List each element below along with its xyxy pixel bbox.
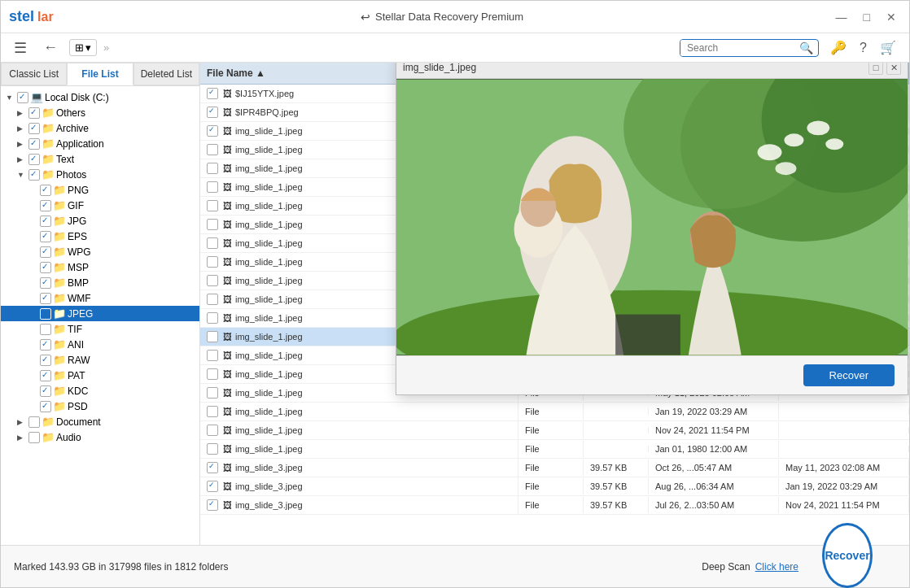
- table-row[interactable]: 🖼img_slide_3.jpegFile39.57 KBJul 26, 2..…: [200, 496, 909, 515]
- tree-checkbox-wmf[interactable]: [40, 293, 51, 304]
- tab-deleted[interactable]: Deleted List: [133, 63, 199, 85]
- sidebar-item-psd[interactable]: 📁PSD: [1, 399, 199, 414]
- file-checkbox-10[interactable]: [207, 275, 218, 286]
- table-row[interactable]: 🖼img_slide_1.jpegFileJan 19, 2022 03:29 …: [200, 403, 909, 421]
- cart-button[interactable]: 🛒: [875, 37, 901, 58]
- file-checkbox-22[interactable]: [207, 499, 218, 511]
- file-checkbox-16[interactable]: [207, 387, 218, 399]
- sidebar-item-text[interactable]: ▶📁Text: [1, 151, 199, 167]
- tree-checkbox-tif[interactable]: [40, 324, 51, 335]
- file-checkbox-13[interactable]: [207, 331, 218, 342]
- search-input[interactable]: [680, 40, 794, 56]
- sidebar-item-wmf[interactable]: 📁WMF: [1, 290, 199, 306]
- tree-checkbox-local-disk[interactable]: [17, 92, 28, 103]
- recover-main-button[interactable]: Recover: [825, 549, 869, 562]
- close-button[interactable]: ✕: [882, 9, 901, 25]
- file-checkbox-8[interactable]: [207, 237, 218, 249]
- back-button[interactable]: ←: [38, 37, 63, 58]
- tree-checkbox-text[interactable]: [28, 154, 40, 165]
- file-icon-18: 🖼: [223, 425, 232, 435]
- tree-arrow-text: ▶: [17, 155, 27, 163]
- sidebar-item-png[interactable]: 📁PNG: [1, 182, 199, 198]
- sidebar-item-eps[interactable]: 📁EPS: [1, 229, 199, 244]
- tree-checkbox-wpg[interactable]: [40, 246, 51, 258]
- sidebar-item-raw[interactable]: 📁RAW: [1, 352, 199, 368]
- tree-checkbox-gif[interactable]: [40, 200, 51, 211]
- file-checkbox-12[interactable]: [207, 312, 218, 324]
- tree-checkbox-png[interactable]: [40, 185, 51, 196]
- sidebar-item-photos[interactable]: ▼📁Photos: [1, 167, 199, 182]
- search-icon[interactable]: 🔍: [794, 40, 818, 56]
- key-button[interactable]: 🔑: [825, 37, 851, 58]
- file-checkbox-17[interactable]: [207, 406, 218, 417]
- file-checkbox-15[interactable]: [207, 368, 218, 380]
- tree-checkbox-bmp[interactable]: [40, 277, 51, 289]
- sidebar-item-others[interactable]: ▶📁Others: [1, 105, 199, 120]
- tree-checkbox-jpeg[interactable]: [40, 308, 51, 320]
- file-checkbox-3[interactable]: [207, 144, 218, 155]
- sidebar-item-archive[interactable]: ▶📁Archive: [1, 120, 199, 136]
- file-checkbox-7[interactable]: [207, 219, 218, 230]
- tree-checkbox-msp[interactable]: [40, 262, 51, 273]
- file-checkbox-19[interactable]: [207, 443, 218, 455]
- tree-checkbox-document[interactable]: [28, 416, 40, 428]
- tree-checkbox-audio[interactable]: [28, 432, 40, 443]
- sidebar-item-jpg[interactable]: 📁JPG: [1, 213, 199, 229]
- table-row[interactable]: 🖼img_slide_3.jpegFile39.57 KBOct 26, ...…: [200, 459, 909, 477]
- sidebar-item-tif[interactable]: 📁TIF: [1, 321, 199, 337]
- file-checkbox-5[interactable]: [207, 181, 218, 193]
- sidebar-item-audio[interactable]: ▶📁Audio: [1, 429, 199, 445]
- sidebar-item-jpeg[interactable]: 📁JPEG: [1, 306, 199, 321]
- file-checkbox-1[interactable]: [207, 107, 218, 118]
- tree-checkbox-eps[interactable]: [40, 231, 51, 242]
- sidebar-item-ani[interactable]: 📁ANI: [1, 337, 199, 352]
- tree-checkbox-psd[interactable]: [40, 401, 51, 412]
- tree-checkbox-kdc[interactable]: [40, 385, 51, 397]
- preview-recover-button[interactable]: Recover: [803, 364, 895, 386]
- sidebar-item-local-disk[interactable]: ▼💻Local Disk (C:): [1, 89, 199, 105]
- grid-view-button[interactable]: ⊞ ▾: [69, 39, 97, 56]
- file-checkbox-0[interactable]: [207, 88, 218, 99]
- tree-checkbox-photos[interactable]: [28, 169, 40, 181]
- deep-scan-link[interactable]: Click here: [755, 561, 798, 573]
- tree-checkbox-archive[interactable]: [28, 123, 40, 134]
- tree-checkbox-application[interactable]: [28, 138, 40, 150]
- preview-restore-button[interactable]: □: [868, 63, 883, 75]
- tab-classic[interactable]: Classic List: [1, 63, 67, 85]
- file-checkbox-20[interactable]: [207, 462, 218, 473]
- menu-button[interactable]: ☰: [9, 37, 32, 59]
- sidebar-item-msp[interactable]: 📁MSP: [1, 259, 199, 275]
- tree-checkbox-pat[interactable]: [40, 370, 51, 381]
- sidebar-item-kdc[interactable]: 📁KDC: [1, 383, 199, 399]
- help-button[interactable]: ?: [855, 38, 872, 58]
- tab-file[interactable]: File List: [67, 63, 133, 85]
- cell-modified-22: Nov 24, 2021 11:54 PM: [779, 497, 909, 513]
- file-checkbox-9[interactable]: [207, 256, 218, 268]
- tree-checkbox-others[interactable]: [28, 107, 40, 119]
- table-row[interactable]: 🖼img_slide_3.jpegFile39.57 KBAug 26, ...…: [200, 477, 909, 496]
- file-icon-22: 🖼: [223, 500, 232, 510]
- table-row[interactable]: 🖼img_slide_1.jpegFileJan 01, 1980 12:00 …: [200, 440, 909, 459]
- sidebar-item-bmp[interactable]: 📁BMP: [1, 275, 199, 290]
- tree-checkbox-raw[interactable]: [40, 355, 51, 366]
- file-checkbox-6[interactable]: [207, 200, 218, 211]
- tree-checkbox-jpg[interactable]: [40, 216, 51, 227]
- file-checkbox-14[interactable]: [207, 350, 218, 361]
- file-checkbox-4[interactable]: [207, 163, 218, 174]
- recover-circle-button[interactable]: Recover: [822, 523, 872, 588]
- maximize-button[interactable]: □: [859, 9, 875, 25]
- sidebar-item-application[interactable]: ▶📁Application: [1, 136, 199, 151]
- minimize-button[interactable]: —: [831, 9, 852, 25]
- file-checkbox-18[interactable]: [207, 425, 218, 436]
- file-checkbox-11[interactable]: [207, 294, 218, 305]
- sidebar-item-pat[interactable]: 📁PAT: [1, 368, 199, 383]
- preview-window[interactable]: img_slide_1.jpeg □ ✕: [396, 63, 908, 395]
- file-checkbox-2[interactable]: [207, 125, 218, 137]
- tree-checkbox-ani[interactable]: [40, 339, 51, 351]
- sidebar-item-document[interactable]: ▶📁Document: [1, 414, 199, 429]
- sidebar-item-wpg[interactable]: 📁WPG: [1, 244, 199, 259]
- sidebar-item-gif[interactable]: 📁GIF: [1, 198, 199, 213]
- preview-close-button[interactable]: ✕: [886, 63, 901, 75]
- table-row[interactable]: 🖼img_slide_1.jpegFileNov 24, 2021 11:54 …: [200, 421, 909, 440]
- file-checkbox-21[interactable]: [207, 481, 218, 492]
